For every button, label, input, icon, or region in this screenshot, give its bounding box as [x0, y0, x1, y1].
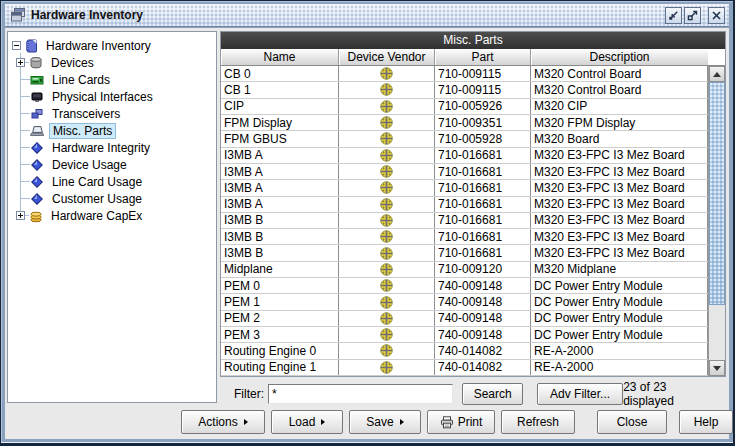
scroll-down-button[interactable] [709, 360, 725, 376]
collapse-toggle-icon[interactable] [12, 41, 21, 50]
cell-part: 710-016681 [435, 245, 531, 260]
vertical-scrollbar[interactable] [708, 66, 725, 376]
table-body: CB 0710-009115M320 Control BoardCB 1710-… [221, 66, 725, 376]
cell-description: M320 Board [531, 131, 708, 146]
column-header-device-vendor[interactable]: Device Vendor [339, 49, 435, 65]
column-header-part[interactable]: Part [435, 49, 531, 65]
tree-item-hardware-capex[interactable]: Hardware CapEx [8, 207, 216, 224]
table-row[interactable]: I3MB A710-016681M320 E3-FPC I3 Mez Board [221, 164, 708, 180]
physical-interface-icon [30, 90, 45, 104]
cell-name: I3MB B [221, 213, 339, 228]
cell-device-vendor [339, 343, 435, 358]
save-button[interactable]: Save [349, 410, 421, 434]
tree-item-label: Hardware Integrity [49, 141, 153, 155]
cell-device-vendor [339, 66, 435, 81]
table-row[interactable]: I3MB B710-016681M320 E3-FPC I3 Mez Board [221, 213, 708, 229]
table-row[interactable]: I3MB B710-016681M320 E3-FPC I3 Mez Board [221, 229, 708, 245]
cell-name: FPM GBUS [221, 131, 339, 146]
table-row[interactable]: Routing Engine 1740-014082RE-A-2000 [221, 360, 708, 376]
cell-name: CB 0 [221, 66, 339, 81]
table-row[interactable]: I3MB B710-016681M320 E3-FPC I3 Mez Board [221, 245, 708, 261]
cell-name: I3MB A [221, 180, 339, 195]
tree-branch-line [21, 198, 30, 199]
table-row[interactable]: CIP710-005926M320 CIP [221, 99, 708, 115]
help-button[interactable]: Help [679, 410, 733, 434]
cell-part: 710-016681 [435, 148, 531, 163]
tree-item-hardware-integrity[interactable]: Hardware Integrity [8, 139, 216, 156]
scroll-up-button[interactable] [709, 66, 725, 82]
tree-branch-line [21, 96, 30, 97]
devices-icon [29, 56, 44, 70]
filter-label: Filter: [234, 387, 264, 401]
cell-device-vendor [339, 131, 435, 146]
table-row[interactable]: PEM 0740-009148DC Power Entry Module [221, 278, 708, 294]
cell-description: M320 E3-FPC I3 Mez Board [531, 213, 708, 228]
table-row[interactable]: PEM 1740-009148DC Power Entry Module [221, 294, 708, 310]
cell-description: M320 Control Board [531, 66, 708, 81]
cell-description: M320 FPM Display [531, 115, 708, 130]
cell-description: RE-A-2000 [531, 343, 708, 358]
tree-item-device-usage[interactable]: Device Usage [8, 156, 216, 173]
table-row[interactable]: FPM Display710-009351M320 FPM Display [221, 115, 708, 131]
table-header-row: NameDevice VendorPartDescription [221, 49, 725, 66]
table-rows: CB 0710-009115M320 Control BoardCB 1710-… [221, 66, 708, 376]
table-row[interactable]: I3MB A710-016681M320 E3-FPC I3 Mez Board [221, 180, 708, 196]
juniper-logo-icon [380, 263, 393, 276]
cell-part: 740-009148 [435, 311, 531, 326]
tree-item-physical-interfaces[interactable]: Physical Interfaces [8, 88, 216, 105]
tree-item-label: Misc. Parts [49, 123, 116, 139]
juniper-logo-icon [380, 230, 393, 243]
actions-button[interactable]: Actions [181, 410, 265, 434]
button-label: Adv Filter... [550, 387, 610, 401]
cell-description: DC Power Entry Module [531, 278, 708, 293]
tree-item-hardware-inventory[interactable]: Hardware Inventory [8, 37, 216, 54]
cell-description: RE-A-2000 [531, 360, 708, 375]
printer-icon [440, 416, 454, 429]
arrow-down-icon [713, 366, 721, 371]
cell-part: 710-016681 [435, 164, 531, 179]
cell-device-vendor [339, 148, 435, 163]
table-row[interactable]: I3MB A710-016681M320 E3-FPC I3 Mez Board [221, 148, 708, 164]
tree-item-line-card-usage[interactable]: Line Card Usage [8, 173, 216, 190]
column-header-description[interactable]: Description [531, 49, 708, 65]
refresh-button[interactable]: Refresh [501, 410, 575, 434]
cell-part: 740-014082 [435, 343, 531, 358]
title-bar: Hardware Inventory [5, 4, 729, 27]
tree-item-line-cards[interactable]: Line Cards [8, 71, 216, 88]
tree-item-misc-parts[interactable]: Misc. Parts [8, 122, 216, 139]
tree-item-transceivers[interactable]: Transceivers [8, 105, 216, 122]
expand-toggle-icon[interactable] [16, 58, 25, 67]
cell-name: I3MB A [221, 197, 339, 212]
table-row[interactable]: CB 1710-009115M320 Control Board [221, 82, 708, 98]
load-button[interactable]: Load [271, 410, 343, 434]
close-button[interactable]: Close [597, 410, 667, 434]
table-row[interactable]: I3MB A710-016681M320 E3-FPC I3 Mez Board [221, 197, 708, 213]
menu-arrow-icon [321, 419, 325, 425]
filter-input[interactable] [268, 384, 453, 404]
column-header-name[interactable]: Name [221, 49, 339, 65]
table-row[interactable]: Routing Engine 0740-014082RE-A-2000 [221, 343, 708, 359]
table-row[interactable]: FPM GBUS710-005928M320 Board [221, 131, 708, 147]
expand-toggle-icon[interactable] [16, 211, 25, 220]
tree-item-customer-usage[interactable]: Customer Usage [8, 190, 216, 207]
tree-item-label: Device Usage [49, 158, 130, 172]
maximize-button[interactable] [684, 7, 701, 24]
tree-item-label: Line Cards [49, 73, 113, 87]
minimize-button[interactable] [665, 7, 682, 24]
cell-description: M320 E3-FPC I3 Mez Board [531, 148, 708, 163]
transceiver-icon [30, 107, 45, 121]
table-row[interactable]: CB 0710-009115M320 Control Board [221, 66, 708, 82]
table-row[interactable]: PEM 3740-009148DC Power Entry Module [221, 327, 708, 343]
tree-item-devices[interactable]: Devices [8, 54, 216, 71]
search-button[interactable]: Search [462, 383, 523, 405]
cell-name: PEM 1 [221, 294, 339, 309]
table-row[interactable]: Midplane710-009120M320 Midplane [221, 262, 708, 278]
adv-filter-button[interactable]: Adv Filter... [537, 383, 623, 405]
menu-arrow-icon [400, 419, 404, 425]
table-row[interactable]: PEM 2740-009148DC Power Entry Module [221, 311, 708, 327]
cell-name: I3MB A [221, 164, 339, 179]
row-count-status: 23 of 23 displayed [623, 380, 718, 408]
print-button[interactable]: Print [427, 410, 495, 434]
scrollbar-thumb[interactable] [709, 82, 725, 305]
close-button[interactable] [708, 7, 725, 24]
